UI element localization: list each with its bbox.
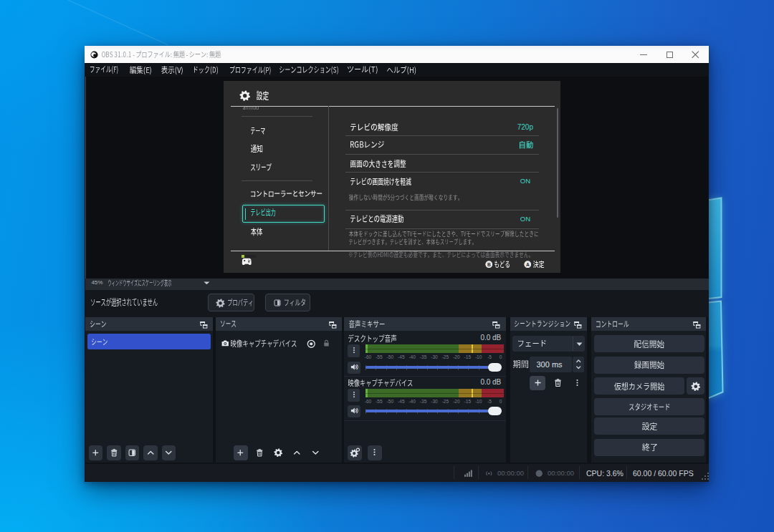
svg-text:A: A: [526, 261, 530, 266]
svg-text:B: B: [487, 261, 491, 266]
